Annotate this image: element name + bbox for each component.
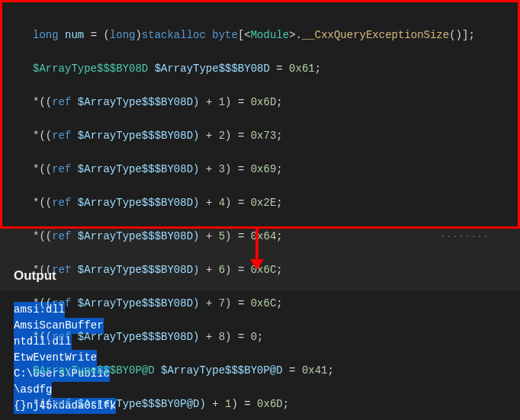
variable: $ArrayType$$$BY08D) [71,331,205,343]
number: 2 [219,130,225,142]
code-line: $ArrayType$$$BY0P@D $ArrayType$$$BY0P@D … [33,362,507,379]
cast-type: long [110,29,136,41]
operator: + [206,96,219,108]
keyword: ref [52,398,71,410]
variable: $ArrayType$$$BY0P@D) [71,398,212,410]
operator: *(( [33,96,52,108]
arrow-shaft [255,229,258,261]
number: 0 [251,331,257,343]
number: 0x6D [251,96,277,108]
operator: ) [135,29,141,41]
code-line: *((ref $ArrayType$$$BY08D) + 8) = 0; [33,329,507,345]
arrow-head-icon [250,259,264,270]
semicolon: ; [276,264,282,276]
variable: num [59,29,91,41]
number: 3 [219,163,225,175]
operator: ) = [232,398,258,410]
semicolon: ; [328,364,334,377]
operator: + [206,130,219,142]
semicolon: ; [257,331,263,343]
code-line: *((ref $ArrayType$$$BY0P@D) + 1) = 0x6D; [33,396,507,412]
operator: *(( [33,264,52,276]
operator: *(( [33,230,52,242]
operator: ) = [225,297,251,309]
operator: ) = [225,331,251,343]
operator: + [206,264,219,276]
keyword: ref [52,230,71,242]
operator: ) = [225,163,251,175]
keyword: ref [52,163,71,175]
code-line: $ArrayType$$$BY08D $ArrayType$$$BY08D = … [33,60,507,77]
number: 0x6D [257,398,283,410]
code-line: *((ref $ArrayType$$$BY08D) + 7) = 0x6C; [33,295,507,312]
keyword: ref [52,297,71,309]
operator: + [206,230,219,242]
operator: ) = [225,130,251,142]
number: 1 [219,96,225,108]
code-line: *((ref $ArrayType$$$BY08D) + 1) = 0x6D; [33,94,507,111]
operator: *(( [33,163,52,175]
module-ref: Module [251,29,289,41]
number: 0x73 [251,130,277,142]
operator: = ( [91,29,110,41]
semicolon: ; [276,96,282,108]
type-name: $ArrayType$$$BY08D [33,63,148,75]
semicolon: ; [276,130,282,142]
semicolon: ; [315,63,321,75]
number: 0x2E [251,197,277,209]
code-line: *((ref $ArrayType$$$BY08D) + 4) = 0x2E; [33,194,507,211]
semicolon: ; [283,398,289,410]
keyword: ref [52,197,71,209]
semicolon: ; [276,230,282,242]
operator: ) = [225,197,251,209]
operator: >. [289,29,302,41]
code-line: long num = (long)stackalloc byte[<Module… [33,27,507,43]
number: 4 [219,197,225,209]
keyword: stackalloc byte [142,29,238,41]
variable: $ArrayType$$$BY08D) [71,297,205,309]
keyword: ref [52,264,71,276]
operator: *(( [33,197,52,209]
code-line: *((ref $ArrayType$$$BY08D) + 2) = 0x73; [33,127,507,144]
type-name: $ArrayType$$$BY0P@D [33,364,155,377]
variable: $ArrayType$$$BY08D) [71,230,205,242]
operator: + [206,297,219,309]
arrow-annotation [0,242,520,265]
operator: ) = [225,230,251,242]
function-name: __CxxQueryExceptionSize [302,29,449,41]
keyword: ref [52,130,71,142]
number: 0x64 [251,230,277,242]
operator: *(( [33,331,52,343]
semicolon: ; [276,197,282,209]
code-line: *((ref $ArrayType$$$BY08D) + 3) = 0x69; [33,161,507,178]
number: 0x61 [289,63,315,75]
operator: = [289,364,302,377]
number: 0x6C [251,297,277,309]
operator: *(( [33,297,52,309]
operator: *(( [33,398,52,410]
operator: + [212,398,225,410]
keyword: ref [52,331,71,343]
variable: $ArrayType$$$BY08D) [71,96,205,108]
semicolon: ; [276,163,282,175]
variable: $ArrayType$$$BY08D) [71,130,205,142]
variable: $ArrayType$$$BY08D) [71,197,205,209]
variable: $ArrayType$$$BY0P@D [155,364,289,377]
number: 0x69 [251,163,277,175]
operator: *(( [33,130,52,142]
operator: + [206,197,219,209]
code-editor-panel: long num = (long)stackalloc byte[<Module… [0,0,520,229]
operator: ()]; [449,29,475,41]
operator: ) = [225,96,251,108]
operator: ) = [225,264,251,276]
number: 7 [219,297,225,309]
keyword: ref [52,96,71,108]
variable: $ArrayType$$$BY08D [148,63,276,75]
number: 6 [219,264,225,276]
number: 0x41 [302,364,328,377]
number: 5 [219,230,225,242]
bracket: [< [238,29,251,41]
number: 1 [225,398,231,410]
operator: + [206,163,219,175]
keyword: long [33,29,59,41]
